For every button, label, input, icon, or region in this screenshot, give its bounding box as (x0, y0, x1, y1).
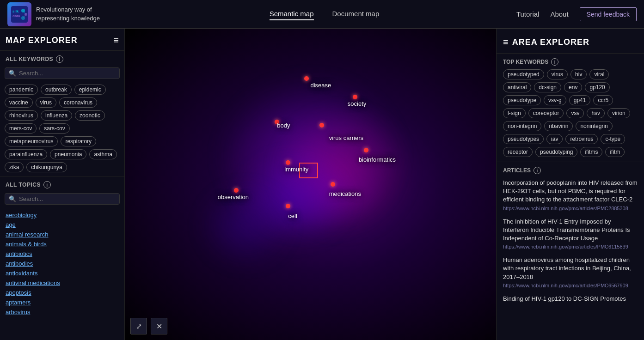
topic-item[interactable]: antioxidants (6, 268, 119, 278)
keyword-tag[interactable]: influenza (41, 110, 72, 121)
map-controls: ⤢ ✕ (130, 318, 167, 334)
nav-right: Tutorial About Send feedback (516, 7, 637, 21)
top-keyword-tag[interactable]: pseudotype (503, 95, 541, 105)
about-link[interactable]: About (550, 10, 568, 18)
keyword-tag[interactable]: metapneumovirus (5, 136, 58, 146)
map-close-button[interactable]: ✕ (151, 318, 167, 334)
topic-item[interactable]: antibodies (6, 259, 119, 268)
top-keyword-tag[interactable]: receptor (503, 147, 533, 157)
article-item: Incorporation of podoplanin into HIV rel… (503, 179, 638, 211)
topic-item[interactable]: apoptosis (6, 288, 119, 298)
map-dot (364, 148, 368, 152)
top-keyword-tag[interactable]: hiv (570, 69, 587, 79)
top-keyword-tag[interactable]: vsv (566, 108, 584, 118)
keywords-search-input[interactable] (19, 70, 116, 77)
tab-semantic-map[interactable]: Semantic map (270, 8, 314, 20)
article-item: Binding of HIV-1 gp120 to DC-SIGN Promot… (503, 295, 638, 303)
map-dot (353, 95, 357, 99)
topic-item[interactable]: aerobiology (6, 210, 119, 220)
keywords-info-icon[interactable]: i (56, 55, 63, 63)
keyword-tag[interactable]: virus (36, 97, 56, 108)
top-keyword-tag[interactable]: coreceptor (528, 108, 564, 118)
top-keyword-tag[interactable]: dc-sign (534, 82, 561, 92)
top-keyword-tag[interactable]: ribavirin (544, 121, 573, 131)
area-explorer-title: AREA EXPLORER (512, 37, 589, 47)
articles-info-icon[interactable]: i (534, 167, 541, 174)
top-keyword-tag[interactable]: hsv (587, 108, 605, 118)
top-keyword-tag[interactable]: virus (547, 69, 568, 79)
map-canvas[interactable]: diseasesocietybodyvirus carriersbioinfor… (125, 29, 496, 340)
svg-text:silk: silk (12, 9, 19, 13)
top-keyword-tag[interactable]: retrovirus (565, 134, 598, 144)
top-keyword-tag[interactable]: antiviral (503, 82, 531, 92)
top-keyword-tag[interactable]: pseudotyped (503, 69, 544, 79)
keywords-tags: pandemicoutbreakepidemicvaccineviruscoro… (0, 83, 124, 176)
keyword-tag[interactable]: rhinovirus (5, 110, 38, 121)
tagline2: representing knowledge (36, 14, 100, 23)
keyword-tag[interactable]: sars-cov (39, 123, 69, 134)
top-keyword-tag[interactable]: ifitm (605, 147, 625, 157)
article-title[interactable]: Incorporation of podoplanin into HIV rel… (503, 179, 638, 204)
topic-item[interactable]: antiviral medications (6, 278, 119, 288)
keyword-tag[interactable]: zoonotic (75, 110, 105, 121)
map-area[interactable]: diseasesocietybodyvirus carriersbioinfor… (125, 29, 496, 340)
keyword-tag[interactable]: coronavirus (59, 97, 97, 108)
left-panel: MAP EXPLORER ≡ ALL KEYWORDS i 🔍 pandemic… (0, 29, 125, 340)
top-keyword-tag[interactable]: viral (589, 69, 609, 79)
top-keyword-tag[interactable]: l-sign (503, 108, 526, 118)
main-content: MAP EXPLORER ≡ ALL KEYWORDS i 🔍 pandemic… (0, 29, 644, 340)
topics-search-box[interactable]: 🔍 (5, 193, 120, 205)
article-url: https://www.ncbi.nlm.nih.gov/pmc/article… (503, 206, 638, 211)
top-keyword-tag[interactable]: nonintegrin (576, 121, 612, 131)
keyword-tag[interactable]: epidemic (74, 85, 106, 95)
top-keyword-tag[interactable]: ccr5 (593, 95, 613, 105)
top-keyword-tag[interactable]: ifitms (580, 147, 602, 157)
topics-info-icon[interactable]: i (43, 181, 51, 188)
top-keyword-tag[interactable]: gp41 (569, 95, 591, 105)
keywords-search-box[interactable]: 🔍 (5, 67, 120, 79)
keyword-tag[interactable]: outbreak (41, 85, 72, 95)
top-keyword-tag[interactable]: iav (546, 134, 563, 144)
articles-section: ARTICLES i Incorporation of podoplanin i… (497, 162, 644, 340)
keyword-tag[interactable]: vaccine (5, 97, 33, 108)
keyword-tag[interactable]: pandemic (5, 85, 38, 95)
top-keyword-tag[interactable]: gp120 (585, 82, 609, 92)
send-feedback-button[interactable]: Send feedback (580, 7, 637, 21)
keyword-tag[interactable]: asthma (89, 149, 117, 159)
keyword-tag[interactable]: pneumonia (50, 149, 86, 159)
tutorial-link[interactable]: Tutorial (516, 10, 539, 18)
top-keyword-tag[interactable]: virion (607, 108, 630, 118)
article-title[interactable]: Binding of HIV-1 gp120 to DC-SIGN Promot… (503, 295, 638, 303)
article-title[interactable]: The Inhibition of HIV-1 Entry Imposed by… (503, 218, 638, 243)
topics-section: ALL TOPICS i 🔍 aerobiologyageanimal rese… (0, 176, 124, 340)
topics-search-input[interactable] (19, 195, 116, 202)
top-keyword-tag[interactable]: non-integrin (503, 121, 541, 131)
keyword-tag[interactable]: mers-cov (5, 123, 37, 134)
article-title[interactable]: Human adenovirus among hospitalized chil… (503, 256, 638, 281)
header: silk data Revolutionary way of represent… (0, 0, 644, 29)
map-expand-button[interactable]: ⤢ (130, 318, 147, 334)
topic-item[interactable]: arbovirus (6, 307, 119, 317)
keyword-tag[interactable]: zika (5, 162, 24, 172)
topics-search-icon: 🔍 (9, 195, 16, 202)
map-label: society (348, 100, 366, 107)
keyword-tag[interactable]: chikungunya (26, 162, 67, 172)
top-keyword-tag[interactable]: env (564, 82, 582, 92)
keyword-tag[interactable]: parainfluenza (5, 149, 47, 159)
top-keyword-tag[interactable]: pseudotyping (535, 147, 577, 157)
area-menu-icon[interactable]: ≡ (503, 37, 509, 48)
top-keyword-tag[interactable]: pseudotypes (503, 134, 544, 144)
topic-item[interactable]: animals & birds (6, 239, 119, 249)
topic-item[interactable]: animal research (6, 230, 119, 239)
top-keyword-tag[interactable]: vsv-g (544, 95, 566, 105)
tab-document-map[interactable]: Document map (332, 8, 380, 20)
map-explorer-header: MAP EXPLORER ≡ (0, 29, 124, 51)
top-keyword-tag[interactable]: c-type (601, 134, 625, 144)
keyword-tag[interactable]: respiratory (61, 136, 96, 146)
topic-item[interactable]: age (6, 220, 119, 230)
right-panel: ≡ AREA EXPLORER TOP KEYWORDS i pseudotyp… (496, 29, 644, 340)
topic-item[interactable]: aptamers (6, 298, 119, 307)
top-keywords-info-icon[interactable]: i (551, 58, 558, 66)
menu-icon[interactable]: ≡ (113, 35, 119, 46)
topic-item[interactable]: antibiotics (6, 249, 119, 259)
